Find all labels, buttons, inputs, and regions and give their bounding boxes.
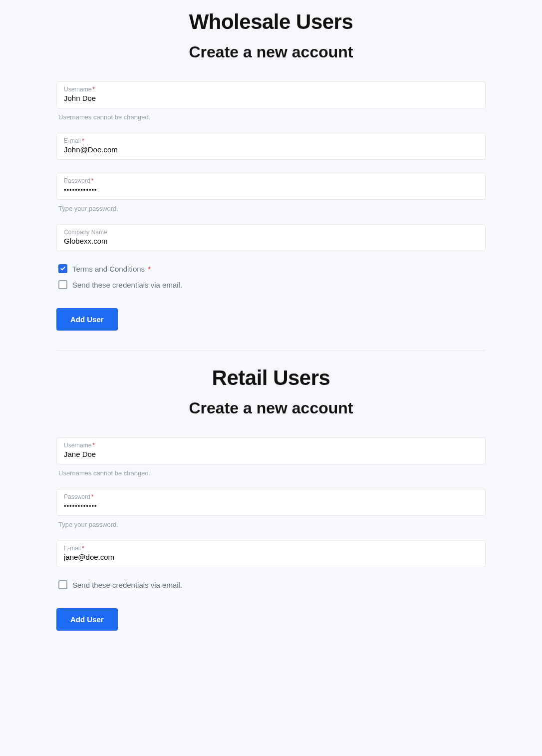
wholesale-terms-label: Terms and Conditions * (72, 265, 151, 273)
username-label: Username* (64, 86, 478, 93)
retail-email-input[interactable] (64, 553, 478, 561)
wholesale-title: Wholesale Users (56, 10, 486, 34)
retail-password-input[interactable] (64, 502, 478, 510)
retail-username-helper: Usernames cannot be changed. (58, 469, 486, 477)
required-asterisk: * (92, 86, 95, 93)
wholesale-email-input[interactable] (64, 145, 478, 154)
password-label: Password* (64, 177, 478, 184)
wholesale-username-field[interactable]: Username* (56, 81, 486, 108)
required-asterisk: * (91, 177, 94, 184)
wholesale-username-input[interactable] (64, 94, 478, 102)
wholesale-email-field[interactable]: E-mail* (56, 133, 486, 160)
retail-send-creds-row: Send these credentials via email. (58, 580, 486, 589)
wholesale-subtitle: Create a new account (56, 43, 486, 61)
required-asterisk: * (92, 442, 95, 449)
required-asterisk: * (148, 265, 151, 273)
retail-subtitle: Create a new account (56, 399, 486, 417)
wholesale-username-helper: Usernames cannot be changed. (58, 113, 486, 121)
retail-send-creds-label: Send these credentials via email. (72, 581, 182, 589)
wholesale-send-creds-row: Send these credentials via email. (58, 280, 486, 289)
company-label: Company Name (64, 229, 478, 236)
username-label: Username* (64, 442, 478, 449)
wholesale-terms-checkbox[interactable] (58, 264, 67, 273)
section-divider (56, 351, 486, 351)
required-asterisk: * (91, 493, 94, 500)
email-label: E-mail* (64, 545, 478, 552)
retail-username-field[interactable]: Username* (56, 437, 486, 464)
wholesale-terms-row: Terms and Conditions * (58, 264, 486, 273)
email-label: E-mail* (64, 137, 478, 144)
wholesale-password-input[interactable] (64, 186, 478, 194)
retail-password-helper: Type your password. (58, 521, 486, 528)
retail-username-input[interactable] (64, 450, 478, 458)
check-icon (60, 266, 66, 272)
required-asterisk: * (82, 545, 84, 552)
wholesale-send-creds-label: Send these credentials via email. (72, 281, 182, 289)
wholesale-add-user-button[interactable]: Add User (56, 308, 118, 331)
password-label: Password* (64, 493, 478, 500)
retail-send-creds-checkbox[interactable] (58, 580, 67, 589)
retail-password-field[interactable]: Password* (56, 489, 486, 516)
retail-title: Retail Users (56, 366, 486, 390)
wholesale-company-input[interactable] (64, 237, 478, 245)
wholesale-send-creds-checkbox[interactable] (58, 280, 67, 289)
wholesale-company-field[interactable]: Company Name (56, 224, 486, 251)
wholesale-password-field[interactable]: Password* (56, 173, 486, 200)
wholesale-password-helper: Type your password. (58, 205, 486, 212)
retail-add-user-button[interactable]: Add User (56, 608, 118, 631)
required-asterisk: * (82, 137, 84, 144)
retail-email-field[interactable]: E-mail* (56, 540, 486, 567)
